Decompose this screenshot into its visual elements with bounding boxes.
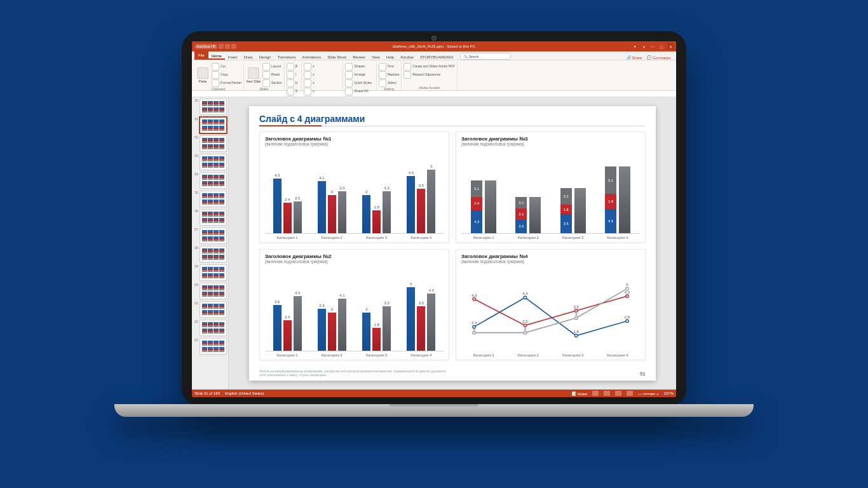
slide-thumbnail[interactable]: 51 xyxy=(193,117,227,133)
tab-transitions[interactable]: Transitions xyxy=(274,54,299,60)
bar: 4.3 xyxy=(294,296,302,351)
slide-title[interactable]: Слайд с 4 диаграммами xyxy=(259,114,646,126)
chart-card[interactable]: Заголовок диаграммы №3(включая подзаголо… xyxy=(456,132,646,243)
slide-thumbnail[interactable]: 50 xyxy=(193,98,227,115)
view-sorter-icon[interactable] xyxy=(604,391,610,396)
slide-thumbnail[interactable]: 62 xyxy=(193,320,227,336)
ribbon-layout-button[interactable]: Layout xyxy=(262,63,282,71)
tab-draw[interactable]: Draw xyxy=(241,54,256,60)
slide-thumbnail[interactable]: 58 xyxy=(193,246,227,262)
qat-undo-icon[interactable] xyxy=(225,44,230,49)
ribbon---button[interactable]: ≡ xyxy=(304,63,341,71)
view-slideshow-icon[interactable] xyxy=(627,391,633,396)
search-input[interactable]: 🔍 Search xyxy=(460,53,511,60)
ribbon---button[interactable]: ≡ xyxy=(304,79,341,87)
slide-thumbnail[interactable]: 57 xyxy=(193,227,227,244)
slide-stage[interactable]: Слайд с 4 диаграммами Заголовок диаграмм… xyxy=(229,97,676,390)
ribbon: PasteCutCopyFormat PainterClipboardNew S… xyxy=(192,60,676,91)
svg-text:2: 2 xyxy=(524,327,527,331)
tab-acrobat[interactable]: Acrobat xyxy=(397,54,417,60)
view-reading-icon[interactable] xyxy=(615,391,621,396)
tab-animations[interactable]: Animations xyxy=(299,54,325,60)
zoom-slider[interactable]: — ━━━●━ + xyxy=(638,391,658,396)
bar: 3.6 xyxy=(273,305,281,351)
paste-button[interactable]: Paste xyxy=(195,67,210,83)
tab-help[interactable]: Help xyxy=(383,54,397,60)
slide-thumbnail[interactable]: 52 xyxy=(193,135,227,152)
stack-segment: 4.5 xyxy=(605,209,616,233)
autosave-toggle[interactable]: AutoSave Off xyxy=(194,44,217,49)
ribbon-reset-button[interactable]: Reset xyxy=(262,71,282,79)
tab-storyboarding[interactable]: STORYBOARDING xyxy=(417,54,456,60)
chart-card[interactable]: Заголовок диаграммы №2(включая подзаголо… xyxy=(259,249,449,360)
ribbon-replace-button[interactable]: Replace xyxy=(379,71,399,79)
ribbon---button[interactable]: ≡ xyxy=(304,88,341,95)
ribbon-request-signatures-button[interactable]: Request Signatures xyxy=(403,71,454,79)
qat-save-icon[interactable] xyxy=(219,44,224,49)
ribbon-create-and-share-adobe-pdf-button[interactable]: Create and Share Adobe PDF xyxy=(403,63,454,71)
chart-card[interactable]: Заголовок диаграммы №4(включая подзаголо… xyxy=(456,249,646,360)
view-normal-icon[interactable] xyxy=(592,391,599,396)
ribbon-quick-styles-button[interactable]: Quick Styles xyxy=(345,79,374,87)
ribbon-u-button[interactable]: U xyxy=(287,79,299,87)
slide-thumbnail[interactable]: 59 xyxy=(193,264,227,281)
window-maximize-button[interactable]: ▢ xyxy=(658,43,665,50)
tab-slide-show[interactable]: Slide Show xyxy=(324,54,349,60)
ribbon-select-button[interactable]: Select xyxy=(379,79,399,87)
ribbon-cut-button[interactable]: Cut xyxy=(212,63,241,71)
stack-segment: 2.1 xyxy=(515,197,527,208)
tab-review[interactable]: Review xyxy=(349,54,369,60)
ribbon-shapes-button[interactable]: Shapes xyxy=(345,63,374,71)
stack-segment: 5.1 xyxy=(605,166,616,194)
ribbon-shape-fill-button[interactable]: Shape Fill xyxy=(345,88,374,95)
ribbon-s-button[interactable]: S xyxy=(287,88,299,95)
slide-thumbnail[interactable]: 55 xyxy=(193,191,227,207)
tab-design[interactable]: Design xyxy=(256,54,275,60)
tab-home[interactable]: Home xyxy=(208,53,225,60)
new-slide-button[interactable]: New Slide xyxy=(246,67,261,83)
ribbon-find-button[interactable]: Find xyxy=(379,63,399,71)
slide-thumbnail[interactable]: 53 xyxy=(193,154,227,170)
total-bar xyxy=(485,180,496,233)
ribbon-format-painter-button[interactable]: Format Painter xyxy=(212,79,241,87)
slide-canvas[interactable]: Слайд с 4 диаграммами Заголовок диаграмм… xyxy=(249,106,656,381)
stack-segment: 2.8 xyxy=(605,194,616,209)
x-label: Категория 3 xyxy=(366,236,387,240)
ribbon-b-button[interactable]: B xyxy=(287,63,299,71)
window-close-button[interactable]: ✕ xyxy=(667,43,674,50)
tab-insert[interactable]: Insert xyxy=(225,54,241,60)
slide-thumbnail[interactable]: 61 xyxy=(193,301,227,318)
slide-thumbnail[interactable]: 56 xyxy=(193,209,227,226)
slide-thumbnail-pane[interactable]: 5051525354555657585960616263 xyxy=(192,97,229,390)
qat-redo-icon[interactable] xyxy=(231,44,236,49)
ribbon-copy-button[interactable]: Copy xyxy=(212,71,241,79)
slide-thumbnail[interactable]: 54 xyxy=(193,172,227,189)
ribbon-options-icon[interactable]: ▾ xyxy=(641,43,647,50)
zoom-level[interactable]: 157% xyxy=(664,391,674,395)
ribbon-group-paragraph: ≡≡≡≡⋮⇥↕Text DirectionAlign TextConvert t… xyxy=(302,62,343,90)
window-minimize-button[interactable]: — xyxy=(649,43,656,50)
slide-thumbnail[interactable]: 60 xyxy=(193,283,227,299)
comments-button[interactable]: 💬 Comments xyxy=(644,55,674,60)
status-language[interactable]: English (United States) xyxy=(225,391,264,395)
share-button[interactable]: 🔗 Share xyxy=(624,55,645,60)
ribbon-section-button[interactable]: Section xyxy=(262,79,282,87)
tab-file[interactable]: File xyxy=(194,51,208,60)
account-avatar[interactable]: ● xyxy=(632,43,638,50)
bar: 3.5 xyxy=(383,306,391,351)
ribbon---button[interactable]: ≡ xyxy=(304,71,341,79)
x-label: Категория 2 xyxy=(322,236,342,240)
ribbon-arrange-button[interactable]: Arrange xyxy=(345,71,374,79)
tab-view[interactable]: View xyxy=(369,54,383,60)
chart-card[interactable]: Заголовок диаграммы №1(включая подзаголо… xyxy=(259,132,449,243)
x-label: Категория 1 xyxy=(473,236,494,240)
ribbon-i-button[interactable]: I xyxy=(287,71,299,79)
svg-point-2 xyxy=(524,296,526,299)
chart-subtitle: (включая подзаголовок графика) xyxy=(461,259,640,264)
total-bar xyxy=(619,166,630,233)
notes-button[interactable]: 📝 Notes xyxy=(572,391,587,396)
stack-segment: 2.1 xyxy=(515,208,527,220)
ribbon-group-drawing: ShapesArrangeQuick StylesShape FillShape… xyxy=(343,62,377,90)
slide-thumbnail[interactable]: 63 xyxy=(193,338,227,355)
bar: 4.5 xyxy=(407,176,415,233)
